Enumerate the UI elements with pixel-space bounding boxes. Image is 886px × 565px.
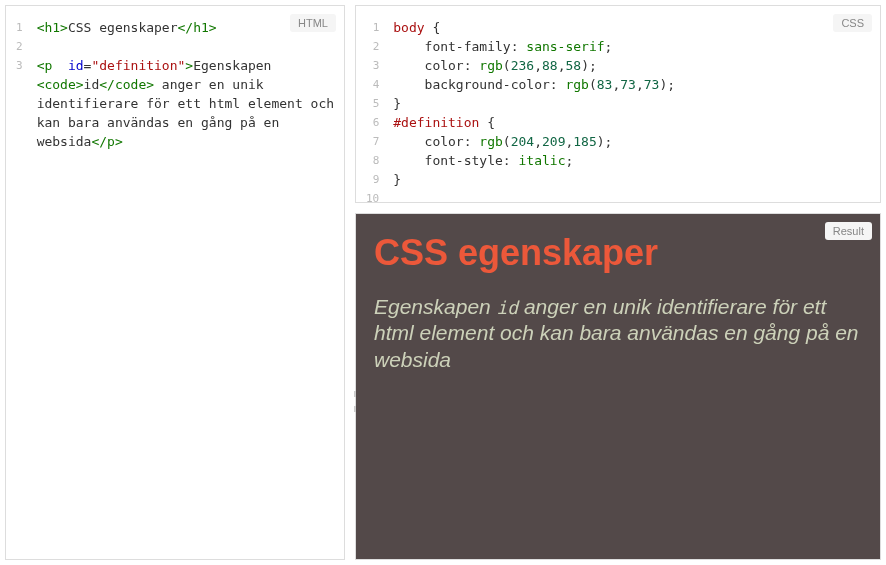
css-editor[interactable]: 12345678910 body { font-family: sans-ser… bbox=[356, 6, 880, 202]
css-badge: CSS bbox=[833, 14, 872, 32]
css-gutter: 12345678910 bbox=[356, 6, 385, 202]
fiddle-container: HTML 123 <h1>CSS egenskaper</h1> <p id="… bbox=[0, 0, 886, 565]
horizontal-splitter-handle[interactable] bbox=[351, 387, 359, 417]
result-paragraph: Egenskapen id anger en unik identifierar… bbox=[374, 294, 862, 373]
result-heading: CSS egenskaper bbox=[374, 232, 862, 274]
right-column: CSS 12345678910 body { font-family: sans… bbox=[355, 5, 881, 560]
result-badge: Result bbox=[825, 222, 872, 240]
html-gutter: 123 bbox=[6, 6, 29, 559]
html-pane: HTML 123 <h1>CSS egenskaper</h1> <p id="… bbox=[5, 5, 345, 560]
css-code[interactable]: body { font-family: sans-serif; color: r… bbox=[385, 6, 880, 202]
result-code-inline: id bbox=[497, 297, 519, 318]
html-code[interactable]: <h1>CSS egenskaper</h1> <p id="definitio… bbox=[29, 6, 344, 559]
html-editor[interactable]: 123 <h1>CSS egenskaper</h1> <p id="defin… bbox=[6, 6, 344, 559]
result-pane: Result CSS egenskaper Egenskapen id ange… bbox=[355, 213, 881, 560]
css-pane: CSS 12345678910 body { font-family: sans… bbox=[355, 5, 881, 203]
html-badge: HTML bbox=[290, 14, 336, 32]
result-body: CSS egenskaper Egenskapen id anger en un… bbox=[356, 214, 880, 559]
html-column: HTML 123 <h1>CSS egenskaper</h1> <p id="… bbox=[5, 5, 345, 560]
